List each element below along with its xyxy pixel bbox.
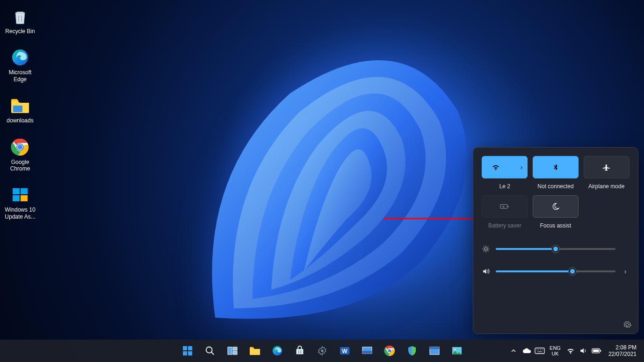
desktop-icon-label: Google Chrome [2,159,38,172]
volume-flyout-button[interactable]: › [621,268,630,275]
volume-icon [579,347,588,355]
task-view-icon [227,346,238,356]
desktop-icon-google-chrome[interactable]: Google Chrome [2,135,38,174]
desktop-icon-label: Recycle Bin [5,28,35,35]
brightness-slider[interactable] [496,248,615,250]
word-icon: W [339,345,350,356]
security-button[interactable] [403,341,421,360]
qs-battery-saver-label: Battery saver [488,222,521,229]
store-icon [295,346,305,356]
clock-button[interactable]: 2:08 PM 22/07/2021 [605,344,640,358]
wallpaper-bloom-graphic [159,37,486,336]
edge-icon [10,48,30,67]
qs-airplane-button[interactable] [584,156,630,178]
system-tray: ENG UK 2:08 PM 22/07/2021 [508,344,640,358]
file-explorer-button[interactable] [246,341,264,360]
battery-icon [592,348,602,354]
svg-rect-47 [430,347,439,349]
svg-rect-58 [593,349,599,352]
file-explorer-icon [249,346,261,356]
svg-rect-11 [21,195,28,201]
svg-point-39 [321,349,324,352]
desktop-icon-downloads[interactable]: downloads [2,94,38,126]
monitor-icon [362,346,373,355]
quick-settings-settings-button[interactable] [623,320,631,329]
language-line1: ENG [550,345,561,351]
svg-rect-10 [13,195,20,201]
taskbar-center: W [178,341,466,360]
chrome-icon [384,345,395,356]
desktop-icon-label: downloads [7,117,33,124]
quick-settings-panel: › Le 2 Not connected Airplane mode Batte… [473,147,638,334]
qs-focus-assist-label: Focus assist [540,222,572,229]
svg-point-7 [18,145,22,149]
svg-rect-8 [13,188,20,194]
tray-overflow-button[interactable] [508,346,519,356]
chevron-right-icon: › [521,163,523,171]
desktop-icons-area: Recycle Bin Microsoft Edge downloads Goo… [2,5,38,222]
chevron-up-icon [511,348,516,354]
svg-rect-33 [233,351,237,355]
app-button-1[interactable] [358,341,376,360]
svg-rect-3 [13,106,22,112]
brightness-icon [482,245,490,253]
svg-rect-28 [188,351,192,355]
tray-keyboard-button[interactable] [535,346,545,356]
svg-point-49 [454,348,456,350]
volume-slider[interactable] [496,270,615,272]
cloud-icon [522,348,531,354]
app-button-2[interactable] [425,341,444,360]
task-view-button[interactable] [223,341,242,360]
settings-taskbar-button[interactable] [313,341,332,360]
desktop-icon-label: Windows 10 Update As... [2,206,38,220]
desktop-icon-label: Microsoft Edge [2,69,38,83]
qs-bluetooth-button[interactable] [533,156,579,178]
keyboard-icon [535,348,545,354]
desktop-icon-recycle-bin[interactable]: Recycle Bin [2,5,38,36]
svg-rect-36 [300,350,301,352]
clock-time: 2:08 PM [615,344,637,351]
svg-text:W: W [342,348,347,355]
edge-taskbar-button[interactable] [268,341,287,360]
tray-onedrive-button[interactable] [521,346,532,356]
qs-wifi-button[interactable]: › [482,156,528,178]
store-button[interactable] [290,341,309,360]
taskbar: W ENG UK [0,340,644,362]
brightness-slider-row: › [482,245,630,253]
word-button[interactable]: W [335,341,354,360]
qs-wifi-label: Le 2 [499,183,510,190]
svg-rect-35 [298,350,299,352]
svg-rect-15 [508,206,509,207]
tray-wifi-button[interactable] [565,346,576,356]
svg-rect-32 [233,347,237,350]
bluetooth-icon [552,163,559,171]
svg-rect-38 [300,352,301,354]
svg-line-22 [488,251,489,252]
svg-point-29 [206,347,212,353]
language-line2: UK [551,351,558,356]
airplane-icon [602,163,611,171]
qs-focus-assist-button[interactable] [533,195,579,218]
svg-line-24 [488,247,489,248]
svg-rect-1 [21,15,22,22]
desktop-icon-microsoft-edge[interactable]: Microsoft Edge [2,46,38,85]
search-button[interactable] [201,341,219,360]
recycle-bin-icon [10,7,30,26]
svg-rect-9 [21,188,28,194]
svg-point-45 [388,349,391,352]
svg-line-23 [484,251,485,252]
wifi-icon [492,163,500,171]
svg-rect-0 [18,15,19,22]
svg-rect-26 [188,346,192,350]
qs-airplane-label: Airplane mode [588,183,624,190]
photos-button[interactable] [448,341,466,360]
tray-battery-button[interactable] [592,346,602,356]
gear-icon [317,346,327,356]
volume-slider-row: › [482,267,630,276]
tray-volume-button[interactable] [579,346,589,356]
svg-rect-27 [183,351,187,355]
language-indicator[interactable]: ENG UK [548,345,563,356]
desktop-icon-windows-update[interactable]: Windows 10 Update As... [2,183,38,222]
start-button[interactable] [178,341,197,360]
chrome-taskbar-button[interactable] [380,341,399,360]
